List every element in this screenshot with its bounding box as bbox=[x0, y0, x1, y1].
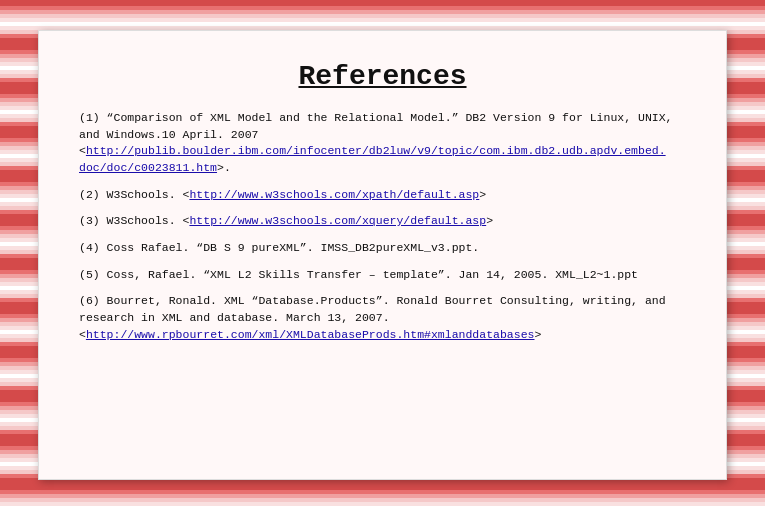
list-item: (3) W3Schools. <http://www.w3schools.com… bbox=[79, 213, 686, 230]
ref2-text: (2) W3Schools. < bbox=[79, 188, 189, 201]
ref2-suffix: > bbox=[479, 188, 486, 201]
slide-title: References bbox=[79, 61, 686, 92]
ref3-text: (3) W3Schools. < bbox=[79, 214, 189, 227]
ref2-link[interactable]: http://www.w3schools.com/xpath/default.a… bbox=[189, 188, 479, 201]
list-item: (2) W3Schools. <http://www.w3schools.com… bbox=[79, 187, 686, 204]
list-item: (5) Coss, Rafael. “XML L2 Skills Transfe… bbox=[79, 267, 686, 284]
ref3-suffix: > bbox=[486, 214, 493, 227]
ref6-link[interactable]: http://www.rpbourret.com/xml/XMLDatabase… bbox=[86, 328, 535, 341]
ref1-link[interactable]: http://publib.boulder.ibm.com/infocenter… bbox=[79, 144, 666, 174]
ref3-link[interactable]: http://www.w3schools.com/xquery/default.… bbox=[189, 214, 486, 227]
list-item: (4) Coss Rafael. “DB S 9 pureXML”. IMSS_… bbox=[79, 240, 686, 257]
ref6-link-prefix: < bbox=[79, 328, 86, 341]
ref6-suffix: > bbox=[534, 328, 541, 341]
ref1-link-prefix: < bbox=[79, 144, 86, 157]
list-item: (1) “Comparison of XML Model and the Rel… bbox=[79, 110, 686, 177]
ref6-text: (6) Bourret, Ronald. XML “Database.Produ… bbox=[79, 294, 666, 324]
ref1-text: (1) “Comparison of XML Model and the Rel… bbox=[79, 111, 673, 141]
references-body: (1) “Comparison of XML Model and the Rel… bbox=[79, 110, 686, 343]
slide-container: References (1) “Comparison of XML Model … bbox=[38, 30, 727, 480]
list-item: (6) Bourret, Ronald. XML “Database.Produ… bbox=[79, 293, 686, 343]
ref1-link-suffix: >. bbox=[217, 161, 231, 174]
ref5-text: (5) Coss, Rafael. “XML L2 Skills Transfe… bbox=[79, 268, 638, 281]
ref4-text: (4) Coss Rafael. “DB S 9 pureXML”. IMSS_… bbox=[79, 241, 479, 254]
